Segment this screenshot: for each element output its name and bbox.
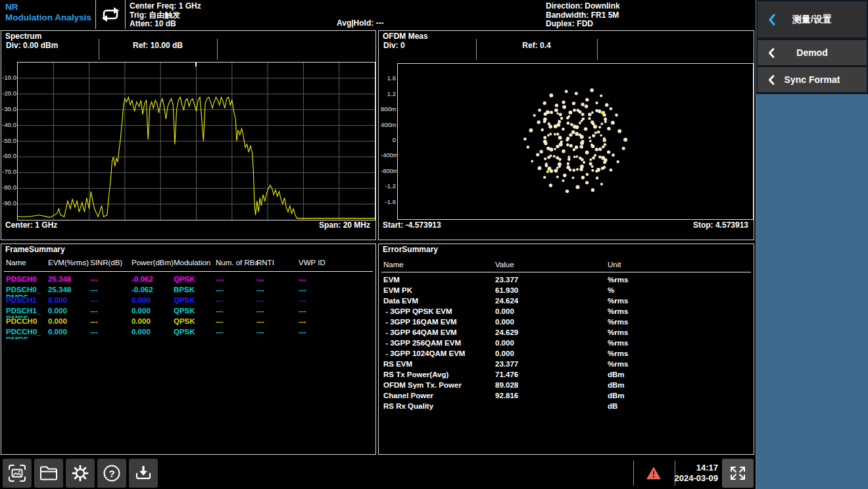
error-summary-row[interactable]: RS Rx QualitydB [379,402,754,413]
y-tick-label: -10.0 [1,74,16,81]
y-tick-label: 1.2 [381,91,396,97]
ofdm-meas-panel: OFDM Meas Div: 0 Ref: 0.4 1.61.2800m400m… [378,30,754,240]
chevron-left-icon [768,75,775,85]
error-summary-row[interactable]: OFDM Sym Tx. Power89.028dBm [379,381,754,392]
frame-summary-row[interactable]: PDCCH00.000---0.000QPSK--------- [1,317,375,328]
screenshot-icon [7,463,27,483]
center-frequency-tick [195,63,197,66]
ofdm-div-setting[interactable]: Div: 0 [383,41,405,50]
error-summary-row[interactable]: Data EVM24.624%rms [379,297,754,307]
spectrum-span-readout[interactable]: Span: 20 MHz [319,220,370,230]
y-tick-label: -50.0 [1,138,16,144]
date-text: 2024-03-09 [658,473,718,484]
error-summary-row[interactable]: RS EVM23.377%rms [379,360,754,371]
instrument-screen: NR Modulation Analysis Center Freq: 1 GH… [0,0,868,489]
sidebar-item-label: Sync Format [761,74,863,85]
y-tick-label: -70.0 [1,168,16,175]
error-summary-row[interactable]: - 3GPP 256QAM EVM0.000%rms [379,339,754,349]
app-title-line2: Modulation Analysis [5,13,91,23]
frame-summary-row[interactable]: PDSCH0_DMRS25.348----0.062BPSK--------- [1,286,375,296]
screenshot-button[interactable] [3,459,32,488]
sidebar-item-sync-format[interactable]: Sync Format [758,67,867,92]
sidebar-item-measure-setup[interactable]: 测量/设置 [758,1,867,38]
avg-hold-readout: Avg|Hold: --- [337,19,384,28]
sidebar-item-label: Demod [761,47,863,58]
error-summary-row[interactable]: - 3GPP 16QAM EVM0.000%rms [379,318,754,328]
settings-button[interactable] [66,459,95,488]
subheader-divider [597,39,598,60]
help-button[interactable]: ? [97,459,126,488]
ofdm-start-readout[interactable]: Start: -4.573913 [383,220,441,230]
atten-readout: Atten: 10 dB [130,20,201,29]
ofdm-stop-readout[interactable]: Stop: 4.573913 [693,220,748,230]
column-header-name: Name [383,261,404,269]
spectrum-panel-title: Spectrum [5,32,41,41]
y-tick-label: -30.0 [1,106,16,113]
frame-summary-row[interactable]: PDSCH1_DMRS0.000---0.000QPSK--------- [1,307,375,317]
subheader-divider [217,39,218,60]
column-header-power: Power(dBm) [132,259,174,267]
error-summary-row[interactable]: - 3GPP 1024QAM EVM0.000%rms [379,349,754,360]
frame-summary-row[interactable]: PDCCH0_DMRS0.000---0.000QPSK--------- [1,328,375,338]
clock-readout: 14:17 2024-03-09 [658,463,718,484]
continuous-sweep-icon[interactable] [99,5,122,24]
spectrum-plot[interactable] [17,62,375,220]
y-tick-label: -20.0 [1,90,16,97]
spectrum-center-readout[interactable]: Center: 1 GHz [5,220,57,230]
fullscreen-button[interactable] [722,459,754,488]
time-text: 14:17 [658,463,718,473]
error-summary-row[interactable]: EVM PK61.930% [379,286,754,297]
error-summary-title: ErrorSummary [383,245,438,254]
column-header-unit: Unit [608,261,621,269]
frame-summary-title: FrameSummary [5,245,65,254]
column-header-rbs: Num. of RBs [216,259,258,267]
save-icon [133,464,153,482]
error-summary-row[interactable]: Chanel Power92.816dBm [379,392,754,402]
spectrum-div-setting[interactable]: Div: 0.00 dBm [6,41,58,50]
y-tick-label: -60.0 [1,153,16,159]
ofdm-panel-title: OFDM Meas [383,32,428,41]
y-tick-label: -400m [381,152,396,159]
spectrum-panel: Spectrum Div: 0.00 dBm Ref: 10.00 dB -10… [1,30,376,240]
file-manager-button[interactable] [34,459,63,488]
column-header-vwp: VWP ID [299,259,326,267]
center-freq-readout: Center Freq: 1 GHz [130,2,201,11]
y-tick-label: 0 [381,137,396,143]
frame-summary-row[interactable]: PDSCH10.000---0.000QPSK--------- [1,296,375,307]
bandwidth-readout: Bandwidth: FR1 5M [546,11,620,20]
header-bar: NR Modulation Analysis Center Freq: 1 GH… [0,0,755,30]
direction-readout: Direction: Downlink [546,2,620,11]
header-divider [125,0,126,29]
frame-summary-panel: FrameSummary Name EVM(%rms) SINR(dB) Pow… [1,244,376,455]
acquisition-settings: Center Freq: 1 GHz Trig: 自由触发 Atten: 10 … [130,2,201,29]
column-header-evm: EVM(%rms) [48,259,89,267]
save-button[interactable] [129,459,158,488]
y-tick-label: -40.0 [1,122,16,128]
error-summary-row[interactable]: - 3GPP QPSK EVM0.000%rms [379,307,754,318]
spectrum-ref-setting[interactable]: Ref: 10.00 dB [99,41,217,50]
folder-icon [39,465,59,482]
app-title: NR Modulation Analysis [5,2,91,23]
status-divider [633,461,634,486]
error-summary-row[interactable]: - 3GPP 64QAM EVM24.629%rms [379,328,754,339]
y-tick-label: 1.6 [381,75,396,82]
table-header-rule [4,271,373,272]
error-summary-row[interactable]: EVM23.377%rms [379,276,754,286]
column-header-value: Value [495,261,514,269]
column-header-sinr: SINR(dB) [90,259,122,267]
constellation-plot[interactable] [397,63,754,220]
column-header-rnti: RNTI [256,259,274,267]
y-tick-label: 800m [381,106,396,113]
y-tick-label: -800m [381,168,396,174]
ofdm-ref-setting[interactable]: Ref: 0.4 [476,41,597,50]
error-summary-row[interactable]: RS Tx Power(Avg)71.476dBm [379,371,754,381]
y-tick-label: -1.6 [381,199,396,205]
chevron-left-icon [768,48,775,58]
y-tick-label: -80.0 [1,184,16,191]
frame-summary-row[interactable]: PDSCH025.348----0.062QPSK--------- [1,275,375,286]
table-header-rule [381,272,751,272]
svg-text:?: ? [108,468,114,479]
header-divider [95,0,96,29]
y-tick-label: -1.2 [381,183,396,190]
sidebar-item-demod[interactable]: Demod [758,40,867,65]
